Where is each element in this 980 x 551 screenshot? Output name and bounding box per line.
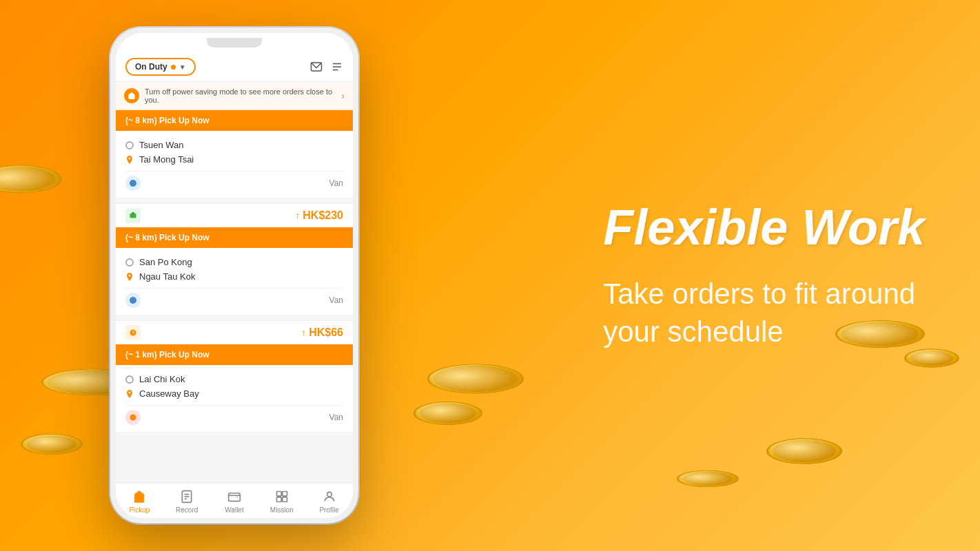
order-header-3: (~ 1 km) Pick Up Now [116, 344, 353, 365]
header-icons [310, 61, 343, 73]
phone-notch [207, 38, 262, 48]
duty-indicator [171, 65, 176, 70]
mission-icon [274, 489, 289, 504]
svg-point-11 [130, 415, 136, 421]
status-bar [116, 33, 353, 52]
price-value-2: ↑ HK$66 [301, 326, 343, 339]
order-card-1[interactable]: (~ 8 km) Pick Up Now Tsuen Wan [116, 110, 353, 227]
nav-label-profile: Profile [319, 506, 338, 514]
main-title: Flexible Work [603, 200, 925, 255]
svg-rect-16 [229, 493, 241, 501]
nav-label-mission: Mission [270, 506, 294, 514]
svg-rect-19 [276, 497, 281, 502]
order-card-2[interactable]: (~ 8 km) Pick Up Now San Po Kong [116, 227, 353, 344]
nav-item-profile[interactable]: Profile [305, 484, 353, 518]
order-header-2: (~ 8 km) Pick Up Now [116, 227, 353, 248]
order-price-row-2: ↑ HK$66 [116, 320, 353, 344]
price-icon-2 [125, 325, 141, 340]
order-route-3: Lai Chi Kok Causeway Bay [125, 372, 343, 401]
route-from-2: San Po Kong [125, 255, 343, 269]
nav-label-record: Record [176, 506, 198, 514]
svg-rect-6 [130, 214, 136, 218]
settings-icon[interactable] [331, 61, 343, 73]
order-body-3: Lai Chi Kok Causeway Bay [116, 365, 353, 432]
svg-point-21 [327, 492, 331, 497]
svg-point-8 [130, 297, 136, 304]
svg-rect-20 [283, 497, 287, 502]
pickup-icon [132, 489, 147, 504]
route-to-3: Causeway Bay [125, 386, 343, 401]
nav-label-pickup: Pickup [129, 506, 150, 514]
order-route-1: Tsuen Wan Tai Mong Tsai [125, 138, 343, 167]
order-header-1: (~ 8 km) Pick Up Now [116, 110, 353, 131]
duty-badge[interactable]: On Duty ▼ [125, 58, 196, 76]
svg-point-5 [130, 180, 136, 187]
notification-text: Turn off power saving mode to see more o… [145, 87, 336, 104]
dropoff-pin-icon-2 [125, 272, 134, 282]
bottom-nav: Pickup Record [116, 483, 353, 518]
nav-item-record[interactable]: Record [163, 484, 211, 518]
pickup-dot-icon [125, 141, 134, 149]
order-route-2: San Po Kong Ngau Tau Kok [125, 255, 343, 284]
order-meta-3: Van [125, 405, 343, 425]
route-to-1: Tai Mong Tsai [125, 152, 343, 167]
order-type-icon-3 [125, 410, 141, 425]
notification-bar[interactable]: Turn off power saving mode to see more o… [116, 82, 353, 110]
phone-mockup: On Duty ▼ [110, 28, 358, 523]
record-icon [179, 489, 194, 504]
app-header: On Duty ▼ [116, 52, 353, 82]
route-to-2: Ngau Tau Kok [125, 269, 343, 284]
route-from-3: Lai Chi Kok [125, 372, 343, 386]
notification-icon [124, 88, 139, 103]
dropoff-pin-icon [125, 155, 134, 165]
pickup-dot-icon-2 [125, 258, 134, 267]
order-price-row-1: ↑ HK$230 [116, 203, 353, 227]
phone-body: On Duty ▼ [110, 28, 358, 523]
orders-area[interactable]: (~ 8 km) Pick Up Now Tsuen Wan [116, 110, 353, 483]
svg-point-4 [129, 157, 131, 159]
dropoff-pin-icon-3 [125, 389, 134, 399]
order-body-2: San Po Kong Ngau Tau Kok [116, 248, 353, 315]
order-body-1: Tsuen Wan Tai Mong Tsai [116, 131, 353, 198]
svg-rect-18 [283, 492, 287, 497]
price-value-1: ↑ HK$230 [295, 209, 343, 222]
order-meta-2: Van [125, 288, 343, 308]
right-panel: Flexible Work Take orders to fit around … [603, 200, 925, 351]
nav-item-pickup[interactable]: Pickup [116, 484, 163, 518]
sub-title: Take orders to fit around your schedule [603, 276, 925, 351]
svg-rect-17 [276, 492, 281, 497]
duty-label: On Duty [135, 62, 167, 72]
order-type-icon-1 [125, 176, 141, 191]
profile-icon [322, 489, 337, 504]
nav-item-mission[interactable]: Mission [258, 484, 305, 518]
mail-icon[interactable] [310, 61, 323, 73]
order-meta-1: Van [125, 171, 343, 191]
pickup-dot-icon-3 [125, 375, 134, 384]
nav-item-wallet[interactable]: Wallet [211, 484, 258, 518]
dropdown-arrow-icon: ▼ [179, 63, 186, 71]
nav-label-wallet: Wallet [225, 506, 243, 514]
svg-point-10 [129, 391, 131, 393]
phone-screen: On Duty ▼ [116, 33, 353, 518]
order-type-icon-2 [125, 293, 141, 308]
route-from-1: Tsuen Wan [125, 138, 343, 152]
wallet-icon [227, 489, 242, 504]
order-card-3[interactable]: (~ 1 km) Pick Up Now Lai Chi Kok [116, 344, 353, 432]
notification-arrow-icon: › [341, 90, 345, 101]
price-icon-1 [125, 208, 141, 223]
svg-point-7 [129, 274, 131, 276]
